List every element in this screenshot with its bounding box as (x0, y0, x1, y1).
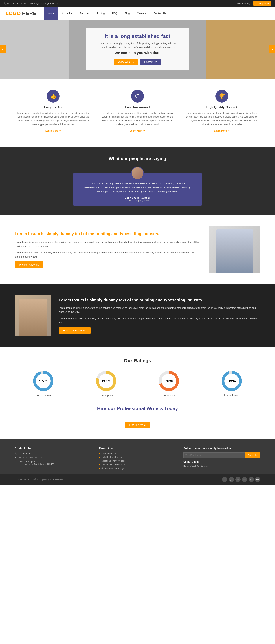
rating-circle-2: 80% (96, 371, 116, 391)
footer-contact-title: Contact Info (15, 447, 92, 450)
signup-button[interactable]: Signup Now (253, 1, 271, 6)
rating-percent-1: 95% (39, 378, 47, 383)
hero-tagline: We can help you with that. (97, 51, 178, 55)
testimonial-quote: It has survived not only five centuries,… (84, 182, 191, 194)
nav-pricing[interactable]: Pricing (93, 7, 109, 20)
nav-home[interactable]: Home (44, 7, 58, 20)
avatar-image (132, 167, 143, 179)
nav-careers[interactable]: Careers (133, 7, 150, 20)
subscribe-button[interactable]: Subscribe (246, 452, 260, 458)
feature-high-quality: 🏆 High Quality Content Lorem Ipsum is si… (183, 90, 260, 136)
rating-circle-4: 95% (222, 371, 242, 391)
phone-number: 📞 0001 800-123456 (4, 2, 26, 5)
cta-section: Lorem Ipsum is simply dummy text of the … (0, 284, 275, 347)
rating-circle-3: 70% (159, 371, 179, 391)
nav-services[interactable]: Services (76, 7, 93, 20)
learn-more-link-3[interactable]: Learn More ➔ (214, 129, 230, 136)
hero-content: It is a long established fact Lorem Ipsu… (86, 28, 189, 70)
feature-desc-2: Lorem Ipsum is simply dummy text of the … (99, 111, 176, 126)
cta-title: Lorem Ipsum is simply dummy text of the … (59, 297, 260, 303)
testimonial-section: What our people are saying It has surviv… (0, 147, 275, 215)
learn-more-link-2[interactable]: Learn More ➔ (130, 129, 145, 136)
phone-icon: 📞 (15, 452, 17, 455)
about-title: Lorem Ipsum is simply dummy text of the … (15, 231, 200, 237)
about-desc-1: Lorem Ipsum is simply dummy text of the … (15, 240, 200, 248)
header: LOGO HERE Home About Us Services Pricing… (0, 7, 275, 20)
feature-desc-1: Lorem Ipsum is simply dummy text of the … (15, 111, 92, 126)
rss-icon[interactable]: rss (255, 477, 260, 482)
footer-phone: 📞 0179456789 (15, 452, 92, 455)
footer-link-1[interactable]: Lorem overview (99, 452, 176, 455)
ratings-section: Our Ratings 95% Lorem Ipsum 80% Lorem Ip… (0, 347, 275, 439)
linkedin-icon[interactable]: in (235, 477, 241, 482)
useful-link-services[interactable]: Services (201, 465, 209, 467)
about-desc-2: Lorem Ipsum has been the industry's stan… (15, 251, 200, 259)
about-text: Lorem Ipsum is simply dummy text of the … (15, 231, 200, 268)
top-bar-right: We're Hiring! Signup Now (237, 1, 271, 6)
email-icon: ✉ (15, 456, 16, 459)
slider-prev-button[interactable]: « (0, 45, 6, 54)
footer-link-3[interactable]: Locations overview page (99, 460, 176, 462)
nav-contact[interactable]: Contact Us (150, 7, 170, 20)
learn-more-link-1[interactable]: Learn More ➔ (45, 129, 61, 136)
woman-image (216, 230, 253, 274)
rating-item-4: 95% Lorem Ipsum (222, 371, 242, 396)
hiring-text: We're Hiring! (237, 2, 251, 5)
top-bar-left: 📞 0001 800-123456 ✉ info@companyname.com (4, 2, 59, 5)
hero-title: It is a long established fact (97, 34, 178, 39)
youtube-icon[interactable]: yt (249, 477, 254, 482)
trophy-icon: 🏆 (215, 90, 228, 102)
rating-circle-1: 95% (33, 371, 53, 391)
footer-link-2[interactable]: Individual section page (99, 456, 176, 458)
hero-buttons: Work With Us Contact Us (97, 59, 178, 65)
cta-desc-1: Lorem Ipsum is simply dummy text of the … (59, 306, 260, 314)
about-section: Lorem Ipsum is simply dummy text of the … (0, 215, 275, 284)
nav-blog[interactable]: Blog (121, 7, 133, 20)
feature-desc-3: Lorem Ipsum is simply dummy text of the … (183, 111, 260, 126)
slider-next-button[interactable]: » (269, 45, 275, 54)
cta-text: Lorem Ipsum is simply dummy text of the … (59, 297, 260, 334)
pricing-ordering-button[interactable]: Pricing / Ordering (15, 262, 43, 268)
rating-percent-2: 80% (102, 378, 110, 383)
rating-item-1: 95% Lorem Ipsum (33, 371, 53, 396)
googleplus-icon[interactable]: g+ (229, 477, 234, 482)
location-icon: 📍 (15, 460, 17, 463)
footer-contact-col: Contact Info 📞 0179456789 ✉ info@company… (15, 447, 92, 471)
feature-fast-turnaround: ⏱ Fast Turnaround Lorem Ipsum is simply … (99, 90, 176, 136)
logo-area: LOGO HERE (0, 10, 44, 16)
feature-title-2: Fast Turnaround (99, 106, 176, 109)
nav-faq[interactable]: FAQ (108, 7, 121, 20)
have-content-written-button[interactable]: Have Content Writtn (59, 327, 91, 334)
main-nav: Home About Us Services Pricing FAQ Blog … (44, 7, 275, 20)
email-address: ✉ info@companyname.com (30, 2, 59, 5)
find-out-more-button[interactable]: Find Out More (125, 422, 150, 428)
features-section: 👍 Easy To Use Lorem Ipsum is simply dumm… (0, 79, 275, 147)
social-icons: f g+ in tw yt rss (222, 477, 260, 482)
copyright-text: companyname.com © 2017 | All Rights Rese… (15, 478, 63, 481)
twitter-icon[interactable]: tw (242, 477, 247, 482)
useful-link-about[interactable]: About Us (191, 465, 199, 467)
footer-link-4[interactable]: Individual locations page (99, 463, 176, 466)
work-with-us-button[interactable]: Work With Us (114, 59, 138, 65)
ratings-grid: 95% Lorem Ipsum 80% Lorem Ipsum 70% Lore… (15, 371, 260, 396)
feature-title-1: Easy To Use (15, 106, 92, 109)
footer-link-5[interactable]: Services overview page (99, 467, 176, 470)
rating-label-2: Lorem Ipsum (96, 394, 116, 396)
useful-link-home[interactable]: Home (183, 465, 189, 467)
newsletter-email-input[interactable] (183, 452, 246, 458)
footer-links-col: More Links Lorem overview Individual sec… (99, 447, 176, 471)
footer-links-title: More Links (99, 447, 176, 450)
facebook-icon[interactable]: f (222, 477, 227, 482)
footer-email: ✉ info@companyname.com (15, 456, 92, 459)
useful-links-title: Useful Links (183, 460, 260, 463)
clock-icon: ⏱ (131, 90, 144, 102)
logo: LOGO HERE (5, 10, 36, 16)
contact-us-hero-button[interactable]: Contact Us (140, 59, 161, 65)
testimonial-avatar (131, 167, 144, 180)
top-bar: 📞 0001 800-123456 ✉ info@companyname.com… (0, 0, 275, 7)
footer-newsletter-title: Subscribe to our monthly Newsletter (183, 447, 260, 450)
footer-bottom: companyname.com © 2017 | All Rights Rese… (0, 474, 275, 484)
nav-about[interactable]: About Us (58, 7, 76, 20)
testimonial-role: & CEO, Company Name (84, 200, 191, 202)
rating-item-2: 80% Lorem Ipsum (96, 371, 116, 396)
